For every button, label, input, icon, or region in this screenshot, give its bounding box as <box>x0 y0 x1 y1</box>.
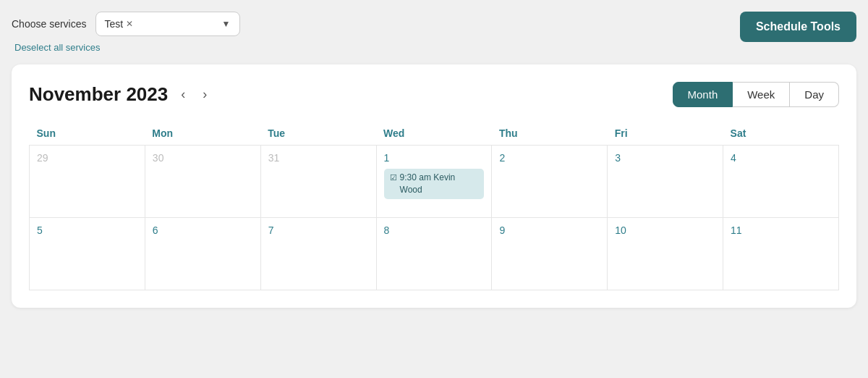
day-number: 4 <box>731 152 736 164</box>
col-mon: Mon <box>145 122 260 146</box>
calendar-cell[interactable]: 7 <box>260 218 376 290</box>
calendar-days-header: Sun Mon Tue Wed Thu Fri Sat <box>30 122 839 146</box>
col-fri: Fri <box>608 122 723 146</box>
services-row: Choose services Test ✕ ▼ <box>12 12 240 36</box>
calendar-cell[interactable]: 1☑9:30 am Kevin Wood <box>376 146 492 218</box>
calendar-month-title: November 2023 <box>29 83 168 106</box>
day-number: 29 <box>37 152 48 164</box>
day-number: 5 <box>37 224 43 236</box>
calendar-cell[interactable]: 8 <box>376 218 492 290</box>
calendar-cell[interactable]: 4 <box>723 146 839 218</box>
day-number: 10 <box>615 224 626 236</box>
prev-month-button[interactable]: ‹ <box>176 84 190 105</box>
day-number: 30 <box>153 152 164 164</box>
calendar-header: November 2023 ‹ › Month Week Day <box>29 82 839 107</box>
col-thu: Thu <box>492 122 608 146</box>
view-day-button[interactable]: Day <box>790 82 839 107</box>
calendar-cell[interactable]: 11 <box>723 218 839 290</box>
calendar-cell[interactable]: 6 <box>145 218 260 290</box>
calendar-cell[interactable]: 10 <box>608 218 723 290</box>
day-number: 11 <box>731 224 742 236</box>
event-pill[interactable]: ☑9:30 am Kevin Wood <box>384 169 485 199</box>
service-tag-close-icon[interactable]: ✕ <box>126 19 133 29</box>
day-number: 9 <box>499 224 505 236</box>
calendar-cell[interactable]: 29 <box>30 146 145 218</box>
view-month-button[interactable]: Month <box>673 82 733 107</box>
calendar-title-area: November 2023 ‹ › <box>29 83 211 106</box>
calendar-cell[interactable]: 31 <box>260 146 376 218</box>
calendar-cell[interactable]: 2 <box>492 146 608 218</box>
col-tue: Tue <box>260 122 376 146</box>
col-sun: Sun <box>30 122 145 146</box>
calendar-cell[interactable]: 3 <box>608 146 723 218</box>
view-week-button[interactable]: Week <box>733 82 790 107</box>
day-number: 3 <box>615 152 621 164</box>
day-number: 6 <box>153 224 158 236</box>
calendar-week-row: 567891011 <box>30 218 839 290</box>
next-month-button[interactable]: › <box>198 84 211 105</box>
top-bar-left: Choose services Test ✕ ▼ Deselect all se… <box>12 12 240 53</box>
calendar-cell[interactable]: 5 <box>30 218 145 290</box>
event-label: 9:30 am Kevin Wood <box>400 172 479 196</box>
top-bar: Choose services Test ✕ ▼ Deselect all se… <box>12 12 856 53</box>
deselect-all-link[interactable]: Deselect all services <box>14 42 240 53</box>
day-number: 7 <box>268 224 274 236</box>
calendar-container: November 2023 ‹ › Month Week Day Sun Mon… <box>12 64 856 308</box>
calendar-cell[interactable]: 30 <box>145 146 260 218</box>
col-sat: Sat <box>723 122 839 146</box>
services-dropdown[interactable]: Test ✕ ▼ <box>95 12 240 36</box>
calendar-grid: Sun Mon Tue Wed Thu Fri Sat 2930311☑9:30… <box>29 122 839 290</box>
day-number: 2 <box>499 152 505 164</box>
event-check-icon: ☑ <box>390 172 397 183</box>
services-tag: Test ✕ <box>105 18 134 30</box>
day-number: 1 <box>384 152 390 164</box>
chevron-down-icon: ▼ <box>222 19 231 29</box>
schedule-tools-button[interactable]: Schedule Tools <box>740 12 856 42</box>
calendar-cell[interactable]: 9 <box>492 218 608 290</box>
view-toggle: Month Week Day <box>673 82 839 107</box>
choose-services-label: Choose services <box>12 18 87 30</box>
calendar-week-row: 2930311☑9:30 am Kevin Wood234 <box>30 146 839 218</box>
col-wed: Wed <box>376 122 492 146</box>
service-tag-name: Test <box>105 18 124 30</box>
day-number: 31 <box>268 152 280 164</box>
day-number: 8 <box>384 224 390 236</box>
